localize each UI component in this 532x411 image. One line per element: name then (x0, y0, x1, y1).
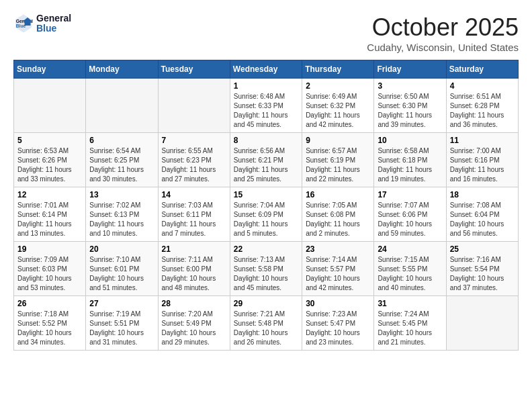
day-number: 8 (234, 136, 298, 145)
calendar-cell: 1Sunrise: 6:48 AM Sunset: 6:33 PM Daylig… (230, 79, 302, 133)
day-info: Sunrise: 7:19 AM Sunset: 5:51 PM Dayligh… (89, 310, 154, 347)
calendar-cell (446, 296, 518, 351)
calendar-cell: 27Sunrise: 7:19 AM Sunset: 5:51 PM Dayli… (86, 296, 158, 351)
day-info: Sunrise: 6:57 AM Sunset: 6:19 PM Dayligh… (306, 146, 370, 184)
calendar-cell: 22Sunrise: 7:13 AM Sunset: 5:58 PM Dayli… (230, 242, 302, 296)
calendar-table: SundayMondayTuesdayWednesdayThursdayFrid… (13, 60, 519, 351)
day-info: Sunrise: 7:24 AM Sunset: 5:45 PM Dayligh… (378, 310, 442, 347)
day-info: Sunrise: 7:04 AM Sunset: 6:09 PM Dayligh… (234, 201, 298, 238)
calendar-body: 1Sunrise: 6:48 AM Sunset: 6:33 PM Daylig… (14, 79, 519, 351)
day-number: 31 (378, 299, 442, 308)
day-info: Sunrise: 7:01 AM Sunset: 6:14 PM Dayligh… (17, 201, 82, 238)
day-info: Sunrise: 6:55 AM Sunset: 6:23 PM Dayligh… (162, 146, 226, 184)
day-number: 16 (306, 190, 370, 199)
day-info: Sunrise: 7:13 AM Sunset: 5:58 PM Dayligh… (234, 255, 298, 293)
day-info: Sunrise: 7:15 AM Sunset: 5:55 PM Dayligh… (378, 255, 442, 293)
day-number: 4 (450, 81, 515, 91)
day-number: 28 (162, 299, 226, 308)
day-number: 18 (450, 190, 515, 199)
day-number: 10 (378, 136, 442, 145)
calendar-cell: 12Sunrise: 7:01 AM Sunset: 6:14 PM Dayli… (14, 187, 86, 242)
day-number: 21 (162, 244, 226, 254)
logo: General Blue General Blue (13, 13, 71, 34)
day-info: Sunrise: 7:02 AM Sunset: 6:13 PM Dayligh… (89, 201, 154, 238)
day-info: Sunrise: 7:21 AM Sunset: 5:48 PM Dayligh… (234, 310, 298, 347)
day-info: Sunrise: 7:05 AM Sunset: 6:08 PM Dayligh… (306, 201, 370, 238)
weekday-header: Wednesday (230, 60, 302, 79)
day-number: 13 (89, 190, 154, 199)
day-number: 17 (378, 190, 442, 199)
day-info: Sunrise: 6:56 AM Sunset: 6:21 PM Dayligh… (234, 146, 298, 184)
calendar-week-row: 1Sunrise: 6:48 AM Sunset: 6:33 PM Daylig… (14, 79, 519, 133)
day-number: 12 (17, 190, 82, 199)
weekday-header: Monday (86, 60, 158, 79)
weekday-header: Friday (374, 60, 446, 79)
day-number: 15 (234, 190, 298, 199)
day-number: 5 (17, 136, 82, 145)
calendar-week-row: 26Sunrise: 7:18 AM Sunset: 5:52 PM Dayli… (14, 296, 519, 351)
day-info: Sunrise: 7:10 AM Sunset: 6:01 PM Dayligh… (89, 255, 154, 293)
title-block: October 2025 Cudahy, Wisconsin, United S… (367, 13, 519, 53)
day-number: 11 (450, 136, 515, 145)
day-info: Sunrise: 7:07 AM Sunset: 6:06 PM Dayligh… (378, 201, 442, 238)
day-number: 29 (234, 299, 298, 308)
day-info: Sunrise: 6:48 AM Sunset: 6:33 PM Dayligh… (234, 92, 298, 130)
calendar-cell: 10Sunrise: 6:58 AM Sunset: 6:18 PM Dayli… (374, 133, 446, 187)
logo-icon: General Blue (13, 13, 34, 34)
calendar-cell: 9Sunrise: 6:57 AM Sunset: 6:19 PM Daylig… (302, 133, 374, 187)
day-info: Sunrise: 6:58 AM Sunset: 6:18 PM Dayligh… (378, 146, 442, 184)
day-number: 2 (306, 81, 370, 91)
calendar-cell: 21Sunrise: 7:11 AM Sunset: 6:00 PM Dayli… (158, 242, 230, 296)
day-info: Sunrise: 7:11 AM Sunset: 6:00 PM Dayligh… (162, 255, 226, 293)
calendar-cell: 17Sunrise: 7:07 AM Sunset: 6:06 PM Dayli… (374, 187, 446, 242)
calendar-cell: 4Sunrise: 6:51 AM Sunset: 6:28 PM Daylig… (446, 79, 518, 133)
weekday-header: Thursday (302, 60, 374, 79)
calendar-cell: 8Sunrise: 6:56 AM Sunset: 6:21 PM Daylig… (230, 133, 302, 187)
calendar-cell: 19Sunrise: 7:09 AM Sunset: 6:03 PM Dayli… (14, 242, 86, 296)
day-info: Sunrise: 7:20 AM Sunset: 5:49 PM Dayligh… (162, 310, 226, 347)
calendar-cell: 31Sunrise: 7:24 AM Sunset: 5:45 PM Dayli… (374, 296, 446, 351)
day-number: 19 (17, 244, 82, 254)
calendar-cell (14, 79, 86, 133)
location: Cudahy, Wisconsin, United States (367, 42, 519, 53)
day-number: 6 (89, 136, 154, 145)
calendar-cell: 20Sunrise: 7:10 AM Sunset: 6:01 PM Dayli… (86, 242, 158, 296)
day-info: Sunrise: 7:23 AM Sunset: 5:47 PM Dayligh… (306, 310, 370, 347)
calendar-cell: 18Sunrise: 7:08 AM Sunset: 6:04 PM Dayli… (446, 187, 518, 242)
calendar-header: SundayMondayTuesdayWednesdayThursdayFrid… (14, 60, 519, 79)
day-number: 24 (378, 244, 442, 254)
calendar-cell: 25Sunrise: 7:16 AM Sunset: 5:54 PM Dayli… (446, 242, 518, 296)
calendar-week-row: 12Sunrise: 7:01 AM Sunset: 6:14 PM Dayli… (14, 187, 519, 242)
day-number: 7 (162, 136, 226, 145)
page-header: General Blue General Blue October 2025 C… (13, 13, 519, 53)
calendar-week-row: 5Sunrise: 6:53 AM Sunset: 6:26 PM Daylig… (14, 133, 519, 187)
calendar-cell: 11Sunrise: 7:00 AM Sunset: 6:16 PM Dayli… (446, 133, 518, 187)
calendar-cell: 5Sunrise: 6:53 AM Sunset: 6:26 PM Daylig… (14, 133, 86, 187)
calendar-cell: 6Sunrise: 6:54 AM Sunset: 6:25 PM Daylig… (86, 133, 158, 187)
day-number: 25 (450, 244, 515, 254)
weekday-header: Saturday (446, 60, 518, 79)
calendar-cell: 28Sunrise: 7:20 AM Sunset: 5:49 PM Dayli… (158, 296, 230, 351)
calendar-cell: 7Sunrise: 6:55 AM Sunset: 6:23 PM Daylig… (158, 133, 230, 187)
calendar-cell: 13Sunrise: 7:02 AM Sunset: 6:13 PM Dayli… (86, 187, 158, 242)
day-number: 22 (234, 244, 298, 254)
day-info: Sunrise: 6:54 AM Sunset: 6:25 PM Dayligh… (89, 146, 154, 184)
logo-text-general: General (36, 13, 71, 24)
day-info: Sunrise: 6:49 AM Sunset: 6:32 PM Dayligh… (306, 92, 370, 130)
calendar-cell: 15Sunrise: 7:04 AM Sunset: 6:09 PM Dayli… (230, 187, 302, 242)
calendar-cell: 23Sunrise: 7:14 AM Sunset: 5:57 PM Dayli… (302, 242, 374, 296)
day-info: Sunrise: 7:00 AM Sunset: 6:16 PM Dayligh… (450, 146, 515, 184)
day-info: Sunrise: 7:03 AM Sunset: 6:11 PM Dayligh… (162, 201, 226, 238)
day-number: 23 (306, 244, 370, 254)
calendar-cell (158, 79, 230, 133)
weekday-row: SundayMondayTuesdayWednesdayThursdayFrid… (14, 60, 519, 79)
calendar-cell: 3Sunrise: 6:50 AM Sunset: 6:30 PM Daylig… (374, 79, 446, 133)
calendar-cell: 2Sunrise: 6:49 AM Sunset: 6:32 PM Daylig… (302, 79, 374, 133)
day-info: Sunrise: 7:09 AM Sunset: 6:03 PM Dayligh… (17, 255, 82, 293)
day-number: 3 (378, 81, 442, 91)
day-number: 9 (306, 136, 370, 145)
calendar-cell: 24Sunrise: 7:15 AM Sunset: 5:55 PM Dayli… (374, 242, 446, 296)
day-number: 27 (89, 299, 154, 308)
calendar-cell: 29Sunrise: 7:21 AM Sunset: 5:48 PM Dayli… (230, 296, 302, 351)
weekday-header: Sunday (14, 60, 86, 79)
